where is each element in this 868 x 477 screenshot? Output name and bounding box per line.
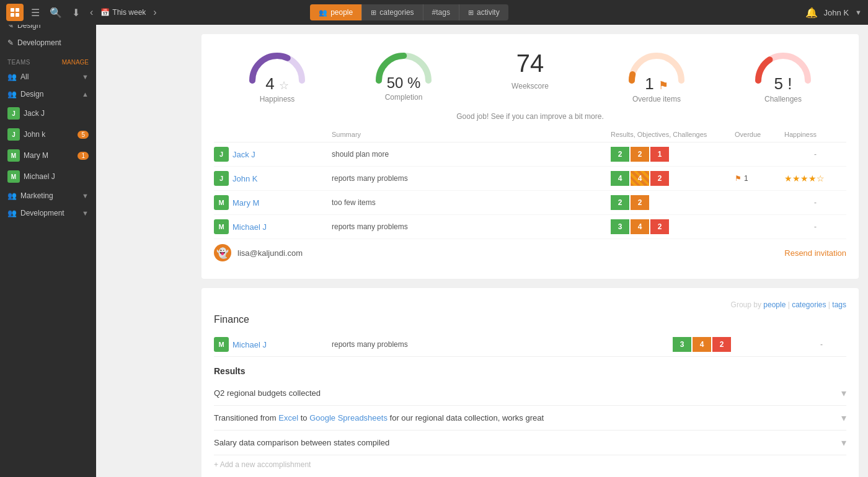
development-chevron-icon: ▼ bbox=[82, 209, 89, 217]
table-row: J Jack J should plan more 2 2 1 - bbox=[214, 142, 846, 167]
bar-orange: 2 bbox=[631, 195, 649, 210]
table-row: J John K reports many problems 4 4 2 ⚑ 1… bbox=[214, 167, 846, 191]
john-k-avatar: J bbox=[7, 128, 20, 141]
team-table: Summary Results, Objectives, Challenges … bbox=[214, 127, 846, 266]
edit-icon: ✎ bbox=[7, 38, 14, 47]
chevron-down-icon: ▾ bbox=[841, 387, 846, 399]
resend-invitation-button[interactable]: Resend invitation bbox=[784, 248, 846, 258]
john-k-summary: reports many problems bbox=[332, 174, 611, 183]
activity-tab-icon: ⊞ bbox=[468, 9, 474, 17]
john-k-row-name[interactable]: John K bbox=[232, 174, 332, 183]
nav-tabs: 👥 people ⊞ categories #tags ⊞ activity bbox=[310, 4, 508, 20]
sidebar-team-development[interactable]: 👥 Development ▼ bbox=[0, 204, 96, 222]
group-by-categories[interactable]: categories bbox=[792, 300, 826, 309]
forward-icon[interactable]: › bbox=[151, 4, 159, 20]
search-icon[interactable]: 🔍 bbox=[47, 4, 64, 21]
marketing-team-icon: 👥 bbox=[7, 191, 17, 200]
bar-orange: 2 bbox=[631, 147, 649, 162]
michael-j-bars: 3 4 2 bbox=[611, 219, 735, 234]
jack-j-avatar: J bbox=[7, 107, 20, 120]
good-job-message: Good job! See if you can improve a bit m… bbox=[214, 110, 846, 127]
sidebar-team-design[interactable]: 👥 Design ▲ bbox=[0, 85, 96, 103]
mary-m-row-avatar: M bbox=[214, 195, 229, 210]
summary-col-header: Summary bbox=[332, 131, 611, 138]
sidebar: YOUR REPORT ✎ Design ✎ Development TEAMS… bbox=[0, 0, 96, 477]
bar-red: 1 bbox=[650, 147, 669, 162]
add-accomplishment-button[interactable]: + Add a new accomplishment bbox=[214, 455, 846, 474]
bar-green: 3 bbox=[611, 219, 629, 234]
user-dropdown-icon[interactable]: ▼ bbox=[855, 9, 862, 16]
overdue-value: 1 ⚑ bbox=[645, 74, 668, 94]
sidebar-item-michael-j[interactable]: M Michael J bbox=[0, 166, 96, 187]
jack-j-row-name[interactable]: Jack J bbox=[232, 150, 332, 159]
hamburger-icon[interactable]: ☰ bbox=[29, 4, 42, 21]
app-logo bbox=[6, 4, 24, 21]
sidebar-item-john-k[interactable]: J John k 5 bbox=[0, 124, 96, 145]
challenges-label: Challenges bbox=[764, 95, 802, 103]
svg-rect-0 bbox=[11, 8, 14, 12]
group-by-tags[interactable]: tags bbox=[832, 300, 846, 309]
result-item[interactable]: Q2 regional budgets collected ▾ bbox=[214, 381, 846, 406]
google-sheets-link[interactable]: Google Spreadsheets bbox=[309, 413, 388, 422]
challenges-gauge: 5 ! Challenges bbox=[720, 46, 846, 103]
results-section: Results Q2 regional budgets collected ▾ … bbox=[214, 366, 846, 474]
stats-card: 4 ☆ Happiness 50 % Completion 74 Weeksco… bbox=[202, 34, 859, 279]
sidebar-item-development-report[interactable]: ✎ Development bbox=[0, 34, 96, 51]
bar-red: 2 bbox=[712, 337, 731, 352]
bar-green: 2 bbox=[611, 195, 629, 210]
invite-avatar: 👻 bbox=[214, 244, 231, 261]
finance-title: Finance bbox=[214, 314, 846, 325]
sidebar-team-marketing[interactable]: 👥 Marketing ▼ bbox=[0, 187, 96, 204]
mary-m-avatar: M bbox=[7, 149, 20, 162]
jack-j-row-avatar: J bbox=[214, 147, 229, 162]
all-teams-icon: 👥 bbox=[7, 72, 17, 81]
bar-orange-striped: 4 bbox=[631, 171, 649, 186]
finance-michael-happiness: - bbox=[797, 340, 846, 349]
back-icon[interactable]: ‹ bbox=[87, 4, 95, 20]
group-by-row: Group by people | categories | tags bbox=[214, 300, 846, 309]
weekscore-gauge: 74 Weekscore bbox=[467, 46, 593, 90]
manage-button[interactable]: MANAGE bbox=[62, 59, 89, 66]
table-row: M Mary M too few items 2 2 - bbox=[214, 191, 846, 215]
chevron-down-icon: ▾ bbox=[841, 437, 846, 449]
top-right-area: 🔔 John K ▼ bbox=[805, 7, 862, 19]
chevron-down-icon: ▾ bbox=[841, 412, 846, 424]
sidebar-item-jack-j[interactable]: J Jack J bbox=[0, 103, 96, 124]
tab-categories[interactable]: ⊞ categories bbox=[362, 4, 423, 20]
overdue-label: Overdue items bbox=[632, 95, 681, 103]
categories-tab-icon: ⊞ bbox=[371, 9, 376, 17]
all-chevron-icon: ▼ bbox=[82, 73, 89, 81]
notification-bell-icon[interactable]: 🔔 bbox=[805, 7, 818, 19]
group-by-people[interactable]: people bbox=[763, 300, 786, 309]
michael-j-row-name[interactable]: Michael J bbox=[232, 222, 332, 232]
excel-link[interactable]: Excel bbox=[278, 413, 298, 422]
invite-email: lisa@kaljundi.com bbox=[232, 248, 784, 258]
finance-michael-bars: 3 4 2 bbox=[673, 337, 797, 352]
weekscore-label: Weekscore bbox=[512, 82, 549, 90]
jack-j-happiness: - bbox=[784, 150, 846, 159]
gauges-row: 4 ☆ Happiness 50 % Completion 74 Weeksco… bbox=[214, 46, 846, 103]
svg-rect-3 bbox=[16, 13, 19, 17]
tab-activity[interactable]: ⊞ activity bbox=[459, 4, 508, 20]
happiness-label: Happiness bbox=[260, 95, 295, 103]
tab-people[interactable]: 👥 people bbox=[310, 4, 362, 20]
mary-m-badge: 1 bbox=[78, 152, 89, 160]
sidebar-item-mary-m[interactable]: M Mary M 1 bbox=[0, 145, 96, 166]
period-selector[interactable]: 📅 This week bbox=[100, 8, 146, 17]
weekscore-value: 74 bbox=[516, 50, 544, 77]
download-icon[interactable]: ⬇ bbox=[69, 4, 82, 21]
result-text: Salary data comparison between states co… bbox=[214, 438, 841, 447]
mary-m-row-name[interactable]: Mary M bbox=[232, 198, 332, 208]
sidebar-item-all[interactable]: 👥 All ▼ bbox=[0, 68, 96, 85]
bar-green: 3 bbox=[673, 337, 691, 352]
happiness-gauge: 4 ☆ Happiness bbox=[214, 46, 340, 103]
user-menu[interactable]: John K bbox=[824, 8, 849, 17]
main-content: 4 ☆ Happiness 50 % Completion 74 Weeksco… bbox=[192, 25, 868, 477]
michael-j-summary: reports many problems bbox=[332, 222, 611, 231]
result-item[interactable]: Transitioned from Excel to Google Spread… bbox=[214, 406, 846, 431]
happiness-value: 4 ☆ bbox=[265, 74, 289, 94]
result-item[interactable]: Salary data comparison between states co… bbox=[214, 431, 846, 455]
tab-tags[interactable]: #tags bbox=[423, 4, 459, 20]
finance-michael-name[interactable]: Michael J bbox=[232, 340, 332, 349]
happiness-col-header: Happiness bbox=[784, 131, 846, 138]
